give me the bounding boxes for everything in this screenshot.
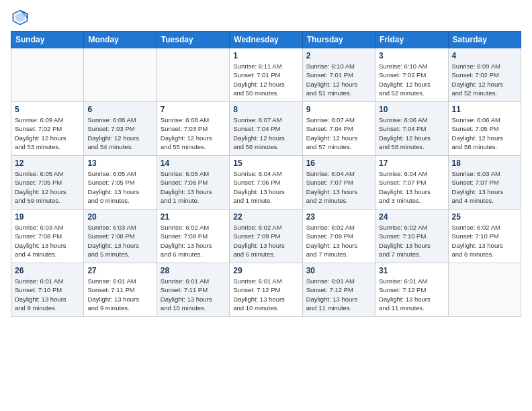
- calendar-cell: 4Sunrise: 6:09 AM Sunset: 7:02 PM Daylig…: [448, 48, 521, 102]
- day-number: 25: [452, 212, 517, 222]
- day-info: Sunrise: 6:02 AM Sunset: 7:09 PM Dayligh…: [306, 223, 371, 259]
- calendar-week-3: 12Sunrise: 6:05 AM Sunset: 7:05 PM Dayli…: [11, 156, 521, 210]
- day-info: Sunrise: 6:01 AM Sunset: 7:11 PM Dayligh…: [87, 277, 152, 312]
- day-info: Sunrise: 6:04 AM Sunset: 7:07 PM Dayligh…: [306, 169, 371, 205]
- day-info: Sunrise: 6:10 AM Sunset: 7:02 PM Dayligh…: [379, 62, 444, 97]
- day-number: 20: [87, 212, 152, 222]
- weekday-header-friday: Friday: [375, 32, 448, 48]
- day-number: 7: [161, 105, 226, 114]
- day-number: 2: [306, 51, 371, 60]
- day-info: Sunrise: 6:05 AM Sunset: 7:06 PM Dayligh…: [161, 169, 226, 205]
- day-number: 16: [306, 158, 371, 168]
- day-number: 10: [379, 105, 444, 114]
- day-info: Sunrise: 6:11 AM Sunset: 7:01 PM Dayligh…: [233, 62, 298, 97]
- day-info: Sunrise: 6:04 AM Sunset: 7:07 PM Dayligh…: [379, 169, 444, 205]
- day-info: Sunrise: 6:01 AM Sunset: 7:12 PM Dayligh…: [306, 277, 371, 312]
- day-number: 29: [233, 266, 298, 275]
- calendar-cell: 30Sunrise: 6:01 AM Sunset: 7:12 PM Dayli…: [302, 263, 375, 317]
- day-info: Sunrise: 6:03 AM Sunset: 7:07 PM Dayligh…: [452, 169, 517, 205]
- day-info: Sunrise: 6:09 AM Sunset: 7:02 PM Dayligh…: [452, 62, 517, 97]
- day-info: Sunrise: 6:06 AM Sunset: 7:04 PM Dayligh…: [379, 116, 444, 151]
- day-number: 1: [233, 51, 298, 60]
- weekday-header-wednesday: Wednesday: [230, 32, 302, 48]
- calendar-table: SundayMondayTuesdayWednesdayThursdayFrid…: [11, 31, 521, 317]
- day-info: Sunrise: 6:06 AM Sunset: 7:05 PM Dayligh…: [452, 116, 517, 151]
- calendar-header-row: SundayMondayTuesdayWednesdayThursdayFrid…: [11, 32, 521, 48]
- calendar-cell: 28Sunrise: 6:01 AM Sunset: 7:11 PM Dayli…: [157, 263, 229, 317]
- weekday-header-saturday: Saturday: [448, 32, 521, 48]
- calendar-cell: 6Sunrise: 6:08 AM Sunset: 7:03 PM Daylig…: [84, 102, 157, 156]
- day-info: Sunrise: 6:03 AM Sunset: 7:08 PM Dayligh…: [15, 223, 80, 259]
- calendar-cell: 23Sunrise: 6:02 AM Sunset: 7:09 PM Dayli…: [302, 210, 375, 263]
- day-info: Sunrise: 6:01 AM Sunset: 7:10 PM Dayligh…: [15, 277, 80, 312]
- calendar-cell: [11, 48, 84, 102]
- day-number: 23: [306, 212, 371, 222]
- calendar-week-4: 19Sunrise: 6:03 AM Sunset: 7:08 PM Dayli…: [11, 210, 521, 263]
- day-info: Sunrise: 6:02 AM Sunset: 7:09 PM Dayligh…: [233, 223, 298, 259]
- day-info: Sunrise: 6:07 AM Sunset: 7:04 PM Dayligh…: [306, 116, 371, 151]
- calendar-cell: 3Sunrise: 6:10 AM Sunset: 7:02 PM Daylig…: [375, 48, 448, 102]
- calendar-cell: 21Sunrise: 6:02 AM Sunset: 7:08 PM Dayli…: [157, 210, 229, 263]
- calendar-cell: 16Sunrise: 6:04 AM Sunset: 7:07 PM Dayli…: [302, 156, 375, 210]
- weekday-header-monday: Monday: [84, 32, 157, 48]
- day-number: 27: [87, 266, 152, 275]
- calendar-cell: 25Sunrise: 6:02 AM Sunset: 7:10 PM Dayli…: [448, 210, 521, 263]
- day-info: Sunrise: 6:09 AM Sunset: 7:02 PM Dayligh…: [15, 116, 80, 151]
- weekday-header-tuesday: Tuesday: [157, 32, 229, 48]
- day-number: 4: [452, 51, 517, 60]
- calendar-cell: 5Sunrise: 6:09 AM Sunset: 7:02 PM Daylig…: [11, 102, 84, 156]
- calendar-cell: 1Sunrise: 6:11 AM Sunset: 7:01 PM Daylig…: [230, 48, 302, 102]
- calendar-cell: 9Sunrise: 6:07 AM Sunset: 7:04 PM Daylig…: [302, 102, 375, 156]
- calendar-cell: 11Sunrise: 6:06 AM Sunset: 7:05 PM Dayli…: [448, 102, 521, 156]
- calendar-week-2: 5Sunrise: 6:09 AM Sunset: 7:02 PM Daylig…: [11, 102, 521, 156]
- day-info: Sunrise: 6:05 AM Sunset: 7:05 PM Dayligh…: [15, 169, 80, 205]
- day-number: 18: [452, 158, 517, 168]
- logo: [11, 8, 32, 27]
- day-number: 15: [233, 158, 298, 168]
- day-number: 22: [233, 212, 298, 222]
- calendar-cell: 15Sunrise: 6:04 AM Sunset: 7:06 PM Dayli…: [230, 156, 302, 210]
- day-info: Sunrise: 6:03 AM Sunset: 7:08 PM Dayligh…: [87, 223, 152, 259]
- calendar-cell: 31Sunrise: 6:01 AM Sunset: 7:12 PM Dayli…: [375, 263, 448, 317]
- calendar-cell: 27Sunrise: 6:01 AM Sunset: 7:11 PM Dayli…: [84, 263, 157, 317]
- day-info: Sunrise: 6:08 AM Sunset: 7:03 PM Dayligh…: [87, 116, 152, 151]
- day-number: 5: [15, 105, 80, 114]
- calendar-week-1: 1Sunrise: 6:11 AM Sunset: 7:01 PM Daylig…: [11, 48, 521, 102]
- calendar-cell: 18Sunrise: 6:03 AM Sunset: 7:07 PM Dayli…: [448, 156, 521, 210]
- calendar-cell: 26Sunrise: 6:01 AM Sunset: 7:10 PM Dayli…: [11, 263, 84, 317]
- day-number: 14: [161, 158, 226, 168]
- day-number: 30: [306, 266, 371, 275]
- calendar-cell: 10Sunrise: 6:06 AM Sunset: 7:04 PM Dayli…: [375, 102, 448, 156]
- day-info: Sunrise: 6:08 AM Sunset: 7:03 PM Dayligh…: [161, 116, 226, 151]
- day-number: 26: [15, 266, 80, 275]
- calendar-cell: 14Sunrise: 6:05 AM Sunset: 7:06 PM Dayli…: [157, 156, 229, 210]
- day-number: 21: [161, 212, 226, 222]
- calendar-cell: 13Sunrise: 6:05 AM Sunset: 7:05 PM Dayli…: [84, 156, 157, 210]
- day-info: Sunrise: 6:04 AM Sunset: 7:06 PM Dayligh…: [233, 169, 298, 205]
- day-number: 28: [161, 266, 226, 275]
- calendar-cell: 22Sunrise: 6:02 AM Sunset: 7:09 PM Dayli…: [230, 210, 302, 263]
- calendar-week-5: 26Sunrise: 6:01 AM Sunset: 7:10 PM Dayli…: [11, 263, 521, 317]
- day-number: 3: [379, 51, 444, 60]
- weekday-header-sunday: Sunday: [11, 32, 84, 48]
- day-info: Sunrise: 6:01 AM Sunset: 7:12 PM Dayligh…: [233, 277, 298, 312]
- day-info: Sunrise: 6:02 AM Sunset: 7:10 PM Dayligh…: [379, 223, 444, 259]
- calendar-cell: 17Sunrise: 6:04 AM Sunset: 7:07 PM Dayli…: [375, 156, 448, 210]
- day-number: 17: [379, 158, 444, 168]
- calendar-cell: 19Sunrise: 6:03 AM Sunset: 7:08 PM Dayli…: [11, 210, 84, 263]
- weekday-header-thursday: Thursday: [302, 32, 375, 48]
- day-number: 19: [15, 212, 80, 222]
- calendar-cell: 7Sunrise: 6:08 AM Sunset: 7:03 PM Daylig…: [157, 102, 229, 156]
- day-info: Sunrise: 6:07 AM Sunset: 7:04 PM Dayligh…: [233, 116, 298, 151]
- day-number: 12: [15, 158, 80, 168]
- day-number: 6: [87, 105, 152, 114]
- logo-icon: [11, 8, 30, 27]
- header: [11, 8, 521, 27]
- day-number: 24: [379, 212, 444, 222]
- calendar-cell: 8Sunrise: 6:07 AM Sunset: 7:04 PM Daylig…: [230, 102, 302, 156]
- calendar-cell: 29Sunrise: 6:01 AM Sunset: 7:12 PM Dayli…: [230, 263, 302, 317]
- calendar-cell: 24Sunrise: 6:02 AM Sunset: 7:10 PM Dayli…: [375, 210, 448, 263]
- day-info: Sunrise: 6:01 AM Sunset: 7:12 PM Dayligh…: [379, 277, 444, 312]
- day-info: Sunrise: 6:02 AM Sunset: 7:10 PM Dayligh…: [452, 223, 517, 259]
- calendar-cell: 2Sunrise: 6:10 AM Sunset: 7:01 PM Daylig…: [302, 48, 375, 102]
